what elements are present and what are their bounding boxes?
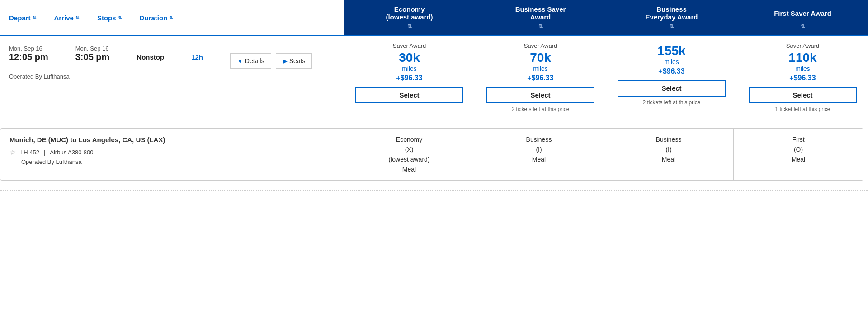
depart-time: 12:05 pm xyxy=(9,52,48,62)
table-header: Depart ⇅ Arrive ⇅ Stops ⇅ Duration ⇅ Eco… xyxy=(0,0,868,36)
duration-block: 12h xyxy=(191,53,203,61)
economy-class-3: (lowest award) xyxy=(388,156,429,163)
biz-saver-tickets-left: 2 tickets left at this price xyxy=(511,106,569,112)
economy-miles-label: miles xyxy=(402,65,417,72)
biz-saver-award-type: Saver Award xyxy=(524,42,557,49)
details-arrow-icon: ▼ xyxy=(237,57,243,65)
details-operated-by-row: Operated By Lufthansa xyxy=(9,158,335,165)
biz-everyday-tickets-left: 2 tickets left at this price xyxy=(642,99,700,106)
biz-saver-cabin-cell: Business (I) Meal xyxy=(474,129,604,180)
economy-sort-icon: ⇅ xyxy=(407,23,412,30)
details-left: Munich, DE (MUC) to Los Angeles, CA, US … xyxy=(0,129,344,180)
arrive-time: 3:05 pm xyxy=(75,52,110,62)
first-saver-sort-icon: ⇅ xyxy=(801,23,805,30)
stops-sort-icon: ⇅ xyxy=(118,15,122,20)
economy-price-cell: Saver Award 30k miles +$96.33 Select xyxy=(344,36,475,119)
economy-meal: Meal xyxy=(402,166,416,173)
economy-award-type: Saver Award xyxy=(393,42,426,49)
flight-detail-row: ☆ LH 452 | Airbus A380-800 xyxy=(9,148,335,157)
duration-sort-icon: ⇅ xyxy=(169,15,173,20)
first-saver-class-1: First xyxy=(792,136,804,143)
flight-times-row: Mon, Sep 16 12:05 pm Mon, Sep 16 3:05 pm… xyxy=(9,45,335,69)
details-section: Munich, DE (MUC) to Los Angeles, CA, US … xyxy=(0,128,863,181)
first-saver-class-2: (O) xyxy=(794,146,803,153)
first-saver-label: First Saver Award xyxy=(774,5,831,21)
stops-block: Nonstop xyxy=(137,53,164,61)
depart-block: Mon, Sep 16 12:05 pm xyxy=(9,45,48,62)
arrive-label: Arrive xyxy=(54,14,74,22)
biz-everyday-class-1: Business xyxy=(656,136,682,143)
biz-everyday-price-cell: 155k miles +$96.33 Select 2 tickets left… xyxy=(606,36,737,119)
biz-everyday-select-button[interactable]: Select xyxy=(618,80,726,97)
header-left-columns: Depart ⇅ Arrive ⇅ Stops ⇅ Duration ⇅ xyxy=(0,0,344,35)
biz-everyday-class-2: (I) xyxy=(665,146,671,153)
economy-cabin-cell: Economy (X) (lowest award) Meal xyxy=(344,129,474,180)
economy-miles: 30k xyxy=(399,51,420,65)
biz-everyday-cabin-cell: Business (I) Meal xyxy=(604,129,733,180)
flight-row: Mon, Sep 16 12:05 pm Mon, Sep 16 3:05 pm… xyxy=(0,36,868,119)
action-buttons: ▼ Details ▶ Seats xyxy=(230,53,312,69)
details-right: Economy (X) (lowest award) Meal Business… xyxy=(344,129,863,180)
economy-class-1: Economy xyxy=(396,136,422,143)
biz-everyday-miles: 155k xyxy=(657,44,685,58)
biz-everyday-header[interactable]: Business Everyday Award ⇅ xyxy=(606,0,737,35)
star-icon: ☆ xyxy=(9,148,16,157)
stops-value: Nonstop xyxy=(137,53,164,61)
stops-label: Stops xyxy=(97,14,116,22)
first-saver-tickets-left: 1 ticket left at this price xyxy=(775,106,830,112)
first-saver-select-button[interactable]: Select xyxy=(749,87,857,103)
biz-everyday-label: Business Everyday Award xyxy=(646,5,698,21)
flight-prices: Saver Award 30k miles +$96.33 Select Sav… xyxy=(344,36,868,119)
economy-award-header[interactable]: Economy (lowest award) ⇅ xyxy=(344,0,475,35)
first-saver-award-type: Saver Award xyxy=(786,42,819,49)
depart-sort-icon: ⇅ xyxy=(33,15,36,20)
seats-arrow-icon: ▶ xyxy=(283,57,288,65)
depart-date: Mon, Sep 16 xyxy=(9,45,48,52)
flight-number: LH 452 xyxy=(20,149,39,156)
economy-class-2: (X) xyxy=(405,146,414,153)
biz-saver-miles: 70k xyxy=(530,51,551,65)
economy-fee: +$96.33 xyxy=(396,74,422,82)
separator: | xyxy=(44,149,45,156)
arrive-header[interactable]: Arrive ⇅ xyxy=(54,14,79,22)
economy-award-label: Economy (lowest award) xyxy=(386,5,433,21)
stops-header[interactable]: Stops ⇅ xyxy=(97,14,122,22)
details-button[interactable]: ▼ Details xyxy=(230,53,271,69)
biz-saver-sort-icon: ⇅ xyxy=(538,23,543,30)
details-section-wrapper: Munich, DE (MUC) to Los Angeles, CA, US … xyxy=(0,119,868,190)
depart-header[interactable]: Depart ⇅ xyxy=(9,14,36,22)
award-headers: Economy (lowest award) ⇅ Business Saver … xyxy=(344,0,868,35)
duration-label: Duration xyxy=(140,14,168,22)
depart-label: Depart xyxy=(9,14,31,22)
first-saver-miles: 110k xyxy=(788,51,816,65)
first-saver-cabin-cell: First (O) Meal xyxy=(733,129,863,180)
biz-everyday-fee: +$96.33 xyxy=(658,67,684,75)
biz-saver-fee: +$96.33 xyxy=(527,74,553,82)
seats-button[interactable]: ▶ Seats xyxy=(276,53,312,69)
biz-everyday-meal: Meal xyxy=(662,156,675,163)
duration-header[interactable]: Duration ⇅ xyxy=(140,14,173,22)
biz-everyday-miles-label: miles xyxy=(664,58,679,65)
biz-saver-miles-label: miles xyxy=(533,65,548,72)
biz-everyday-sort-icon: ⇅ xyxy=(670,23,674,30)
duration-value: 12h xyxy=(191,53,203,61)
details-label: Details xyxy=(245,57,264,65)
details-route: Munich, DE (MUC) to Los Angeles, CA, US … xyxy=(9,136,335,144)
first-saver-price-cell: Saver Award 110k miles +$96.33 Select 1 … xyxy=(737,36,868,119)
economy-select-button[interactable]: Select xyxy=(355,87,463,103)
details-operated-by: Operated By Lufthansa xyxy=(21,158,82,165)
arrive-sort-icon: ⇅ xyxy=(75,15,79,20)
arrive-date: Mon, Sep 16 xyxy=(75,45,110,52)
biz-saver-header[interactable]: Business Saver Award ⇅ xyxy=(475,0,606,35)
flight-info: Mon, Sep 16 12:05 pm Mon, Sep 16 3:05 pm… xyxy=(0,36,344,119)
operated-by: Operated By Lufthansa xyxy=(9,73,335,80)
first-saver-header[interactable]: First Saver Award ⇅ xyxy=(737,0,868,35)
seats-label: Seats xyxy=(289,57,306,65)
biz-saver-class-1: Business xyxy=(526,136,552,143)
biz-saver-select-button[interactable]: Select xyxy=(486,87,594,103)
first-saver-meal: Meal xyxy=(792,156,805,163)
biz-saver-label: Business Saver Award xyxy=(515,5,566,21)
biz-saver-price-cell: Saver Award 70k miles +$96.33 Select 2 t… xyxy=(475,36,606,119)
arrive-block: Mon, Sep 16 3:05 pm xyxy=(75,45,110,62)
aircraft: Airbus A380-800 xyxy=(50,149,93,156)
